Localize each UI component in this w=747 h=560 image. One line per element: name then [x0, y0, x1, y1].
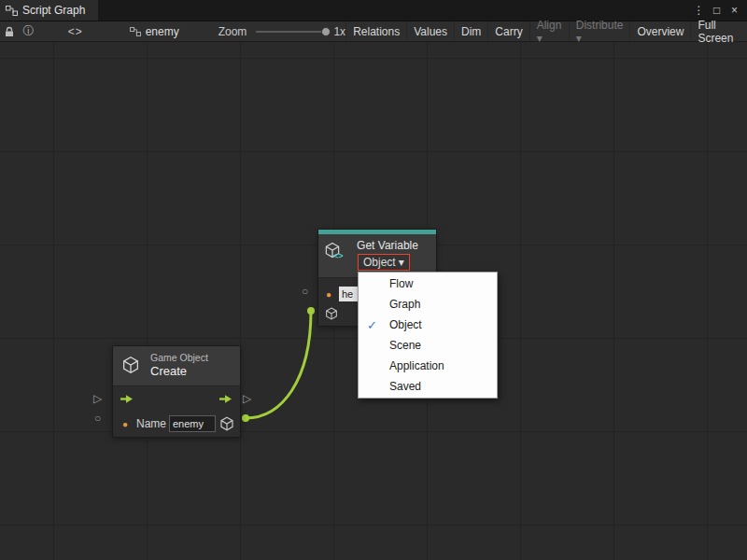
variable-kind-label: Object [363, 256, 396, 269]
menu-item-label: Flow [389, 277, 413, 290]
flow-in-arrow-icon[interactable] [120, 394, 134, 404]
values-button[interactable]: Values [406, 21, 454, 41]
create-node-texts: Game Object Create [150, 346, 240, 378]
code-icon[interactable]: <> [63, 21, 89, 41]
name-row: ● Name [113, 412, 240, 437]
create-name-input-port[interactable]: ○ [94, 413, 101, 424]
menu-item-object[interactable]: ✓ Object [359, 315, 497, 335]
flow-row [113, 386, 240, 412]
toolbar-buttons: Relations Values Dim Carry Align ▾ Distr… [345, 21, 747, 41]
get-variable-name-port[interactable]: ○ [302, 286, 308, 297]
create-node-body: ● Name [113, 385, 240, 437]
menu-item-application[interactable]: Application [359, 356, 497, 376]
cube-icon [120, 355, 141, 375]
create-node-header[interactable]: Game Object Create [113, 346, 240, 385]
menu-item-saved[interactable]: Saved [359, 376, 497, 397]
menu-item-label: Graph [389, 298, 420, 311]
tab-script-graph[interactable]: Script Graph [0, 0, 98, 21]
flow-out-arrow-icon[interactable] [218, 394, 233, 404]
align-button: Align ▾ [529, 21, 569, 41]
carry-button[interactable]: Carry [487, 21, 529, 41]
zoom-slider-track[interactable] [256, 31, 327, 33]
menu-item-label: Application [389, 359, 444, 372]
menu-item-label: Saved [389, 380, 421, 393]
result-cube-icon[interactable] [218, 415, 235, 432]
variable-kind-dropdown[interactable]: Object ▾ [358, 254, 410, 271]
relations-button[interactable]: Relations [345, 21, 406, 41]
create-node[interactable]: Game Object Create ● Name [112, 345, 241, 438]
graph-icon [130, 27, 141, 36]
script-graph-icon [6, 6, 18, 16]
zoom-slider-thumb[interactable] [321, 27, 331, 36]
zoom-label: Zoom [218, 25, 247, 38]
distribute-button: Distribute ▾ [569, 21, 630, 41]
name-input[interactable] [169, 415, 216, 432]
lock-glyph [4, 26, 15, 37]
graph-canvas[interactable]: <> Get Variable Object ▾ ● Game Object [0, 42, 747, 560]
overview-button[interactable]: Overview [629, 21, 690, 41]
zoom-slider[interactable] [256, 25, 327, 38]
name-label: Name [136, 417, 166, 430]
graph-name-label: enemy [146, 25, 179, 38]
chevron-down-icon: ▾ [399, 256, 404, 269]
create-node-title: Create [150, 364, 240, 378]
info-icon[interactable]: ⓘ [19, 21, 37, 41]
code-overlay-icon: <> [333, 251, 344, 260]
tab-title: Script Graph [22, 4, 85, 17]
menu-item-scene[interactable]: Scene [359, 335, 497, 356]
zoom-value: 1x [333, 25, 345, 38]
create-node-category: Game Object [150, 352, 240, 363]
object-port-cube-icon[interactable] [324, 306, 339, 321]
lock-icon[interactable] [0, 21, 19, 41]
fullscreen-button[interactable]: Full Screen [690, 21, 747, 41]
menu-item-flow[interactable]: Flow [359, 273, 497, 294]
name-port-dot[interactable]: ● [122, 419, 128, 429]
menu-item-label: Object [389, 318, 422, 331]
title-bar: Script Graph ⋮ □ × [0, 0, 747, 21]
create-flow-input-port[interactable]: ▷ [93, 393, 102, 404]
menu-item-graph[interactable]: Graph [359, 294, 497, 315]
variable-kind-menu: Flow Graph ✓ Object Scene Application Sa… [358, 272, 498, 399]
value-port-dot[interactable]: ● [326, 289, 331, 300]
create-flow-output-port[interactable]: ▷ [243, 393, 251, 404]
graph-toolbar: ⓘ <> enemy Zoom 1x Relations Values Dim … [0, 21, 747, 42]
breadcrumb-graph-name[interactable]: enemy [130, 25, 179, 38]
dim-button[interactable]: Dim [454, 21, 487, 41]
check-icon: ✓ [367, 318, 377, 332]
menu-item-label: Scene [389, 339, 421, 352]
